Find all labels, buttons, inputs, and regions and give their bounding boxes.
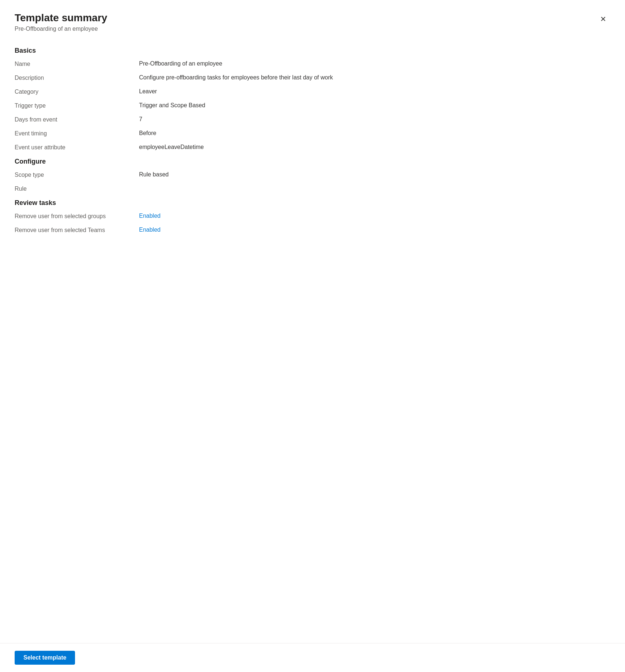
field-rule: Rule — [15, 185, 610, 194]
field-label-remove-from-teams: Remove user from selected Teams — [15, 227, 139, 234]
field-label-category: Category — [15, 88, 139, 95]
close-icon: ✕ — [600, 15, 606, 23]
configure-section: Configure Scope type Rule based Rule — [15, 158, 610, 194]
field-value-remove-from-teams: Enabled — [139, 227, 610, 233]
field-value-trigger-type: Trigger and Scope Based — [139, 102, 610, 109]
field-label-event-timing: Event timing — [15, 130, 139, 137]
dialog-content: Basics Name Pre-Offboarding of an employ… — [0, 38, 625, 643]
field-label-rule: Rule — [15, 185, 139, 192]
field-days-from-event: Days from event 7 — [15, 116, 610, 125]
field-value-name: Pre-Offboarding of an employee — [139, 60, 610, 67]
field-value-event-user-attribute: employeeLeaveDatetime — [139, 144, 610, 150]
template-summary-dialog: Template summary Pre-Offboarding of an e… — [0, 0, 625, 672]
field-event-user-attribute: Event user attribute employeeLeaveDateti… — [15, 144, 610, 153]
field-scope-type: Scope type Rule based — [15, 171, 610, 180]
dialog-footer: Select template — [0, 643, 625, 672]
field-remove-from-teams: Remove user from selected Teams Enabled — [15, 227, 610, 235]
configure-section-title: Configure — [15, 158, 610, 165]
basics-section-title: Basics — [15, 47, 610, 55]
field-value-remove-from-groups: Enabled — [139, 213, 610, 219]
field-value-category: Leaver — [139, 88, 610, 95]
field-category: Category Leaver — [15, 88, 610, 97]
field-label-trigger-type: Trigger type — [15, 102, 139, 109]
close-button[interactable]: ✕ — [596, 12, 610, 26]
field-label-event-user-attribute: Event user attribute — [15, 144, 139, 151]
review-tasks-section: Review tasks Remove user from selected g… — [15, 199, 610, 235]
field-label-scope-type: Scope type — [15, 171, 139, 178]
dialog-subtitle: Pre-Offboarding of an employee — [15, 26, 610, 32]
field-description: Description Configure pre-offboarding ta… — [15, 74, 610, 83]
field-remove-from-groups: Remove user from selected groups Enabled — [15, 213, 610, 221]
field-event-timing: Event timing Before — [15, 130, 610, 139]
field-value-description: Configure pre-offboarding tasks for empl… — [139, 74, 610, 81]
select-template-button[interactable]: Select template — [15, 651, 75, 665]
review-tasks-section-title: Review tasks — [15, 199, 610, 207]
field-label-description: Description — [15, 74, 139, 81]
field-value-days-from-event: 7 — [139, 116, 610, 123]
basics-section: Basics Name Pre-Offboarding of an employ… — [15, 47, 610, 153]
field-value-event-timing: Before — [139, 130, 610, 137]
field-label-name: Name — [15, 60, 139, 67]
field-label-days-from-event: Days from event — [15, 116, 139, 123]
dialog-title: Template summary — [15, 12, 610, 24]
field-label-remove-from-groups: Remove user from selected groups — [15, 213, 139, 220]
field-value-scope-type: Rule based — [139, 171, 610, 178]
field-trigger-type: Trigger type Trigger and Scope Based — [15, 102, 610, 111]
dialog-header: Template summary Pre-Offboarding of an e… — [0, 0, 625, 38]
field-name: Name Pre-Offboarding of an employee — [15, 60, 610, 69]
